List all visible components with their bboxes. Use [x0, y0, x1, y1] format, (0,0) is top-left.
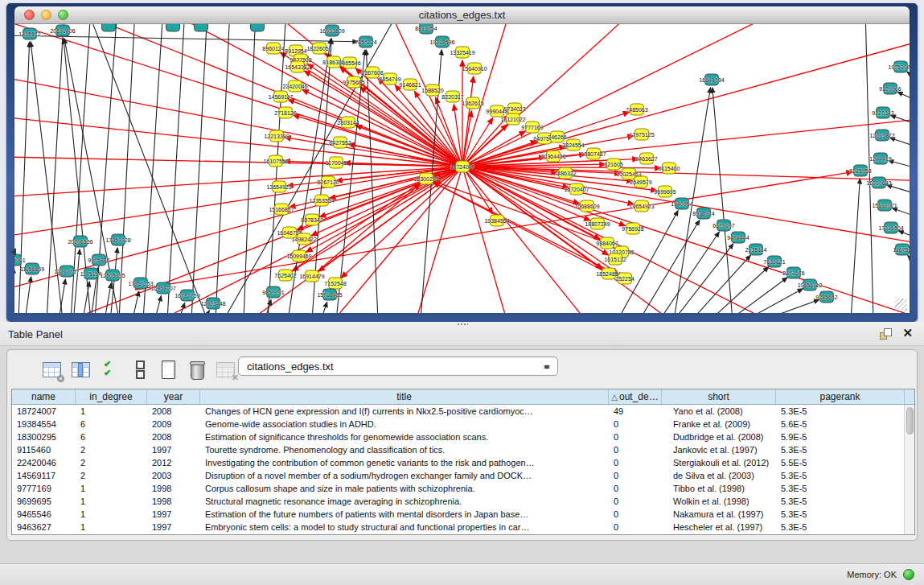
graph-node-label: 1405572 [18, 31, 40, 37]
column-header-title[interactable]: title [200, 389, 609, 404]
graph-node-label: 1244419 [869, 156, 891, 162]
graph-node-label: 16210643 [866, 180, 891, 186]
table-cell: Jankovic et al. (1997) [662, 443, 776, 456]
graph-node-label: 1615132 [604, 257, 626, 262]
table-cell: 5.3E-5 [776, 482, 905, 495]
network-graph-svg[interactable]: 1872400718300295133254191564091089601248… [14, 24, 910, 313]
graph-node-label: 8427552 [329, 140, 351, 146]
graph-node-label: 8960124 [262, 46, 284, 51]
table-cell: Corpus callosum shape and size in male p… [200, 482, 609, 495]
collapse-splitter-icon[interactable] [6, 248, 16, 256]
table-row[interactable]: 977716911998Corpus callosum shape and si… [12, 482, 914, 495]
table-cell: Investigating the contribution of common… [200, 456, 609, 469]
splitter-handle[interactable] [457, 323, 468, 327]
table-row[interactable]: 1456911722003Disruption of a novel membe… [12, 469, 914, 482]
delete-trash-icon[interactable] [186, 360, 208, 381]
table-cell: 0 [609, 521, 662, 534]
graph-node-label: 746266 [548, 134, 566, 140]
table-cell: Yano et al. (2008) [662, 405, 776, 418]
graph-node-label: 19751074 [888, 64, 910, 70]
float-panel-icon[interactable] [880, 328, 892, 340]
graph-node-label: 9777169 [521, 125, 543, 130]
graph-node[interactable] [102, 24, 116, 31]
table-row[interactable]: 1938455462009Genome-wide association stu… [12, 418, 914, 431]
graph-node-label: 17957253 [128, 281, 153, 286]
table-cell: 0 [609, 469, 662, 482]
column-header-year[interactable]: year [147, 389, 200, 404]
graph-node-label: 2803144 [337, 120, 359, 126]
graph-node-label: 9227343 [872, 110, 893, 116]
network-window[interactable]: citations_edges.txt 18724007183002951332… [14, 6, 910, 314]
table-row[interactable]: 969969511998Structural magnetic resonanc… [12, 495, 914, 508]
table-row[interactable]: 946554611997Estimation of the future num… [12, 508, 914, 521]
graph-node[interactable] [166, 24, 180, 31]
graph-node-label: 9857791 [262, 290, 284, 295]
row-select-checks-icon[interactable] [99, 360, 121, 381]
table-cell: 9115460 [12, 443, 76, 456]
table-row[interactable]: 1872400712008Changes of HCN gene express… [12, 405, 914, 418]
graph-node-label: 116753 [893, 247, 910, 253]
scrollbar-thumb[interactable] [906, 407, 914, 435]
table-cell: Wolkin et al. (1998) [662, 495, 776, 508]
graph-node-label: 20206536 [68, 239, 92, 245]
graph-node-label: 12093872 [869, 133, 894, 138]
table-row[interactable]: 911546021997Tourette syndrome. Phenomeno… [12, 443, 914, 456]
table-cell: 9699695 [12, 495, 76, 508]
vertical-scrollbar[interactable] [904, 405, 914, 534]
table-cell: 1997 [147, 508, 200, 521]
graph-node-label: 7857224 [355, 39, 376, 45]
graph-node-label: 12923448 [200, 301, 225, 307]
table-cell: Hescheler et al. (1997) [662, 521, 776, 534]
table-body: 1872400712008Changes of HCN gene express… [12, 405, 914, 534]
table-selector-value: citations_edges.txt [247, 360, 334, 373]
table-cell: 49 [609, 405, 662, 418]
table-row[interactable]: 946362711997Embryonic stem cells: a mode… [12, 521, 914, 534]
graph-node-label: 2935114 [745, 247, 767, 253]
graph-node-label: 17359928 [105, 237, 130, 243]
resize-grip-icon[interactable] [895, 299, 907, 311]
column-header-out_de[interactable]: △out_de… [609, 389, 662, 404]
column-header-pagerank[interactable]: pagerank [776, 389, 905, 404]
table-selector-dropdown[interactable]: citations_edges.txt [238, 356, 558, 376]
graph-node-label: 7625402 [274, 273, 296, 278]
graph-node-label: 10025453 [616, 171, 641, 177]
graph-node-label: 12142757 [54, 269, 79, 274]
rows-icon[interactable] [128, 360, 150, 381]
table-cell: 5.9E-5 [776, 431, 905, 443]
graph-node-label: 1335061 [14, 257, 26, 263]
graph-node-label: 16648784 [699, 77, 724, 83]
memory-ok-indicator-icon [903, 569, 914, 580]
table-cell: 2003 [147, 469, 200, 482]
table-cell: 0 [609, 495, 662, 508]
graph-node[interactable] [195, 24, 208, 31]
graph-node[interactable] [251, 24, 265, 31]
table-cell: 9465546 [12, 508, 76, 521]
table-row[interactable]: 2242004622012Investigating the contribut… [12, 456, 914, 469]
column-visibility-icon[interactable] [70, 360, 92, 381]
table-cell: 18300295 [12, 431, 76, 443]
graph-node-label: 14982422 [291, 237, 316, 242]
graph-node-label: 9463627 [635, 156, 657, 162]
table-cell: 1998 [147, 482, 200, 495]
network-canvas[interactable]: 1872400718300295133254191564091089601248… [14, 24, 910, 313]
graph-node-label: 13654923 [266, 184, 291, 190]
new-document-icon[interactable] [157, 360, 179, 381]
column-header-name[interactable]: name [12, 389, 76, 404]
table-row[interactable]: 1830029562008Estimation of significance … [12, 431, 914, 443]
column-header-short[interactable]: short [662, 389, 776, 404]
table-settings-icon[interactable] [41, 360, 64, 381]
graph-node-label: 20691406 [50, 28, 75, 34]
table-cell: 2 [76, 456, 147, 469]
close-panel-icon[interactable] [902, 326, 913, 340]
graph-node-label: 12213399 [264, 134, 289, 139]
graph-node-label: 9699695 [654, 189, 676, 195]
column-header-in_degree[interactable]: in_degree [76, 389, 147, 404]
status-bar: Memory: OK [0, 563, 924, 585]
window-titlebar[interactable]: citations_edges.txt [14, 6, 910, 24]
graph-node-label: 3824554 [562, 142, 584, 148]
sort-ascending-icon: △ [611, 393, 618, 402]
table-cell: 0 [609, 482, 662, 495]
table-cell: 5.3E-5 [776, 495, 905, 508]
graph-node-label: 16782759 [175, 293, 199, 299]
graph-node-label: 7486322 [554, 171, 576, 176]
